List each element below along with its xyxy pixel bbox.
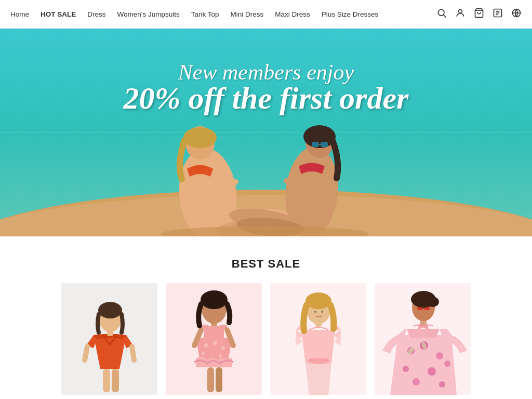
svg-point-46: [213, 341, 217, 345]
hero-text: New members enjoy 20% off the first orde…: [0, 60, 532, 116]
svg-point-59: [305, 292, 331, 309]
svg-point-69: [413, 378, 420, 385]
nav-link-tank-top[interactable]: Tank Top: [191, 10, 219, 18]
hero-line2: 20% off the first order: [0, 81, 532, 116]
nav-link-plus-size[interactable]: Plus Size Dresses: [322, 10, 379, 18]
svg-point-48: [202, 352, 205, 355]
product-image-3: [270, 283, 366, 395]
nav-link-mini-dress[interactable]: Mini Dress: [230, 10, 263, 18]
best-sale-section: BEST SALE: [0, 236, 532, 399]
nav-link-dress[interactable]: Dress: [87, 10, 105, 18]
navbar: Home HOT SALE Dress Women's Jumpsuits Ta…: [0, 0, 532, 29]
svg-point-38: [98, 302, 122, 318]
svg-point-68: [444, 361, 450, 367]
products-grid: [10, 283, 522, 395]
svg-point-65: [436, 352, 443, 360]
svg-point-45: [204, 343, 208, 348]
nav-item-womens-jumpsuits[interactable]: Women's Jumpsuits: [117, 9, 180, 19]
svg-point-47: [221, 346, 225, 350]
orders-icon[interactable]: [493, 8, 503, 21]
product-card-1[interactable]: [61, 283, 157, 395]
product-card-4[interactable]: [375, 283, 471, 395]
nav-link-womens-jumpsuits[interactable]: Women's Jumpsuits: [117, 10, 180, 18]
nav-item-dress[interactable]: Dress: [87, 9, 105, 19]
product-image-1: [61, 283, 157, 395]
svg-rect-25: [312, 142, 319, 147]
product-card-2[interactable]: [166, 283, 262, 395]
nav-item-mini-dress[interactable]: Mini Dress: [230, 9, 263, 19]
svg-point-66: [403, 366, 409, 372]
nav-item-home[interactable]: Home: [10, 9, 29, 19]
svg-line-35: [132, 347, 134, 360]
svg-point-67: [428, 367, 436, 376]
svg-line-34: [85, 347, 87, 360]
account-icon[interactable]: [455, 8, 466, 21]
svg-point-0: [438, 9, 444, 16]
nav-item-tank-top[interactable]: Tank Top: [191, 9, 219, 19]
svg-point-18: [183, 127, 217, 148]
svg-point-79: [427, 297, 439, 307]
nav-link-hot-sale[interactable]: HOT SALE: [41, 10, 76, 18]
nav-item-maxi-dress[interactable]: Maxi Dress: [275, 9, 310, 19]
svg-rect-32: [103, 369, 110, 392]
nav-item-hot-sale[interactable]: HOT SALE: [41, 9, 76, 19]
product-card-3[interactable]: [270, 283, 366, 395]
nav-link-home[interactable]: Home: [10, 10, 29, 18]
svg-point-61: [321, 311, 323, 313]
nav-links: Home HOT SALE Dress Women's Jumpsuits Ta…: [10, 9, 378, 19]
nav-item-plus-size[interactable]: Plus Size Dresses: [322, 9, 379, 19]
svg-point-54: [201, 290, 228, 309]
svg-point-70: [439, 381, 445, 388]
svg-point-60: [314, 311, 316, 313]
svg-rect-41: [216, 367, 222, 392]
svg-rect-33: [112, 369, 119, 392]
product-image-2: [166, 283, 262, 395]
language-icon[interactable]: [511, 8, 522, 21]
nav-link-maxi-dress[interactable]: Maxi Dress: [275, 10, 310, 18]
svg-rect-40: [207, 367, 214, 392]
search-icon[interactable]: [436, 8, 447, 21]
svg-line-1: [444, 15, 446, 17]
product-image-4: [375, 283, 471, 395]
svg-point-2: [459, 9, 462, 13]
best-sale-title: BEST SALE: [10, 257, 522, 271]
hero-banner: New members enjoy 20% off the first orde…: [0, 29, 532, 236]
svg-point-49: [219, 354, 222, 357]
svg-rect-26: [321, 142, 328, 147]
cart-icon[interactable]: [474, 8, 484, 21]
nav-icon-group: [436, 8, 522, 21]
